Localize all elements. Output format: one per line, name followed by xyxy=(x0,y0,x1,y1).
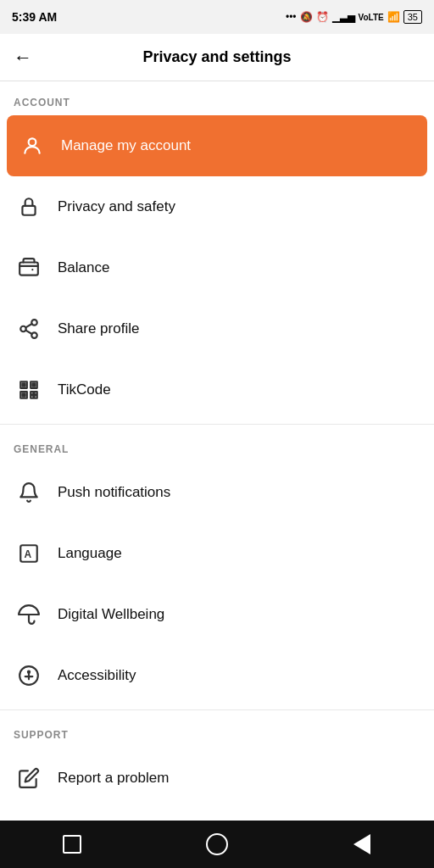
manage-account-label: Manage my account xyxy=(61,137,191,154)
status-time: 5:39 AM xyxy=(12,10,57,24)
divider-1 xyxy=(0,424,434,425)
svg-rect-16 xyxy=(32,383,35,386)
tikcode-label: TikCode xyxy=(58,381,111,398)
lte-icon: VoLTE xyxy=(359,13,384,22)
edit-icon xyxy=(14,763,44,793)
divider-2 xyxy=(0,709,434,710)
digital-wellbeing-label: Digital Wellbeing xyxy=(58,606,164,623)
svg-text:A: A xyxy=(25,548,32,560)
menu-item-balance[interactable]: Balance xyxy=(0,237,434,298)
account-section-label: ACCOUNT xyxy=(0,81,434,115)
general-section-label: GENERAL xyxy=(0,428,434,462)
svg-rect-1 xyxy=(22,206,35,215)
bell-icon xyxy=(14,477,44,508)
share-profile-label: Share profile xyxy=(58,320,139,337)
push-notifications-label: Push notifications xyxy=(58,484,170,501)
mute-icon: 🔕 xyxy=(300,11,313,23)
balance-label: Balance xyxy=(58,259,109,276)
menu-item-accessibility[interactable]: Accessibility xyxy=(0,645,434,706)
status-icons: ••• 🔕 ⏰ ▁▃▅ VoLTE 📶 35 xyxy=(286,10,422,24)
menu-item-language[interactable]: A Language xyxy=(0,523,434,584)
accessibility-label: Accessibility xyxy=(58,667,136,684)
back-button[interactable]: ← xyxy=(14,47,32,69)
svg-rect-15 xyxy=(22,383,25,386)
signal-bars-icon: ▁▃▅ xyxy=(332,11,355,23)
nav-back-button[interactable] xyxy=(337,827,387,861)
svg-line-7 xyxy=(25,324,31,327)
svg-rect-14 xyxy=(35,396,37,398)
alarm-icon: ⏰ xyxy=(316,11,329,23)
menu-item-tikcode[interactable]: TikCode xyxy=(0,359,434,420)
privacy-safety-label: Privacy and safety xyxy=(58,198,175,215)
wifi-icon: 📶 xyxy=(387,11,400,23)
svg-rect-17 xyxy=(22,393,25,396)
bottom-navigation xyxy=(0,821,434,868)
qrcode-icon xyxy=(14,375,44,405)
svg-point-0 xyxy=(29,138,36,146)
menu-item-push-notifications[interactable]: Push notifications xyxy=(0,462,434,523)
lock-icon xyxy=(14,192,44,222)
signal-dots-icon: ••• xyxy=(286,11,297,23)
circle-icon xyxy=(206,833,228,855)
svg-line-6 xyxy=(25,331,31,334)
support-section-label: SUPPORT xyxy=(0,714,434,748)
umbrella-icon xyxy=(14,599,44,630)
accessibility-icon xyxy=(14,660,44,691)
menu-item-privacy-safety[interactable]: Privacy and safety xyxy=(0,176,434,237)
svg-rect-11 xyxy=(31,392,33,394)
menu-item-share-profile[interactable]: Share profile xyxy=(0,298,434,359)
language-icon: A xyxy=(14,538,44,569)
language-label: Language xyxy=(58,545,122,562)
battery-icon: 35 xyxy=(403,10,422,24)
page-title: Privacy and settings xyxy=(142,48,291,66)
triangle-icon xyxy=(353,834,370,854)
header: ← Privacy and settings xyxy=(0,34,434,81)
menu-item-manage-account[interactable]: Manage my account xyxy=(7,115,427,176)
wallet-icon xyxy=(14,253,44,283)
menu-item-digital-wellbeing[interactable]: Digital Wellbeing xyxy=(0,584,434,645)
svg-rect-12 xyxy=(35,392,37,394)
settings-content: ACCOUNT Manage my account Privacy and sa… xyxy=(0,81,434,868)
nav-square-button[interactable] xyxy=(47,827,97,861)
report-problem-label: Report a problem xyxy=(58,770,169,787)
menu-item-report-problem[interactable]: Report a problem xyxy=(0,748,434,809)
person-icon xyxy=(17,131,47,161)
square-icon xyxy=(63,835,81,854)
nav-home-button[interactable] xyxy=(192,827,242,861)
svg-rect-2 xyxy=(19,263,38,275)
share-icon xyxy=(14,314,44,344)
svg-rect-13 xyxy=(31,396,33,398)
status-bar: 5:39 AM ••• 🔕 ⏰ ▁▃▅ VoLTE 📶 35 xyxy=(0,0,434,34)
